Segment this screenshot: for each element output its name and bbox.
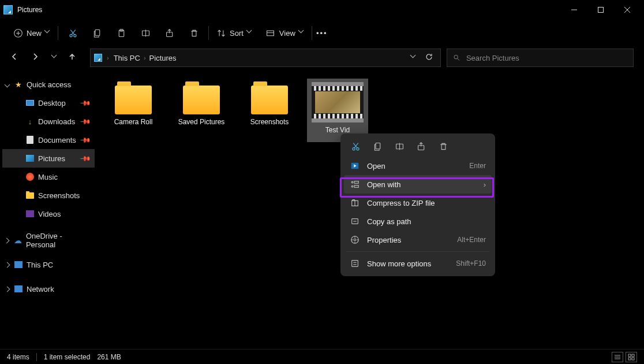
sidebar-item-downloads[interactable]: ↓Downloads📌 (2, 112, 95, 131)
address-bar[interactable]: › This PC › Pictures (90, 49, 441, 67)
grid-item-folder[interactable]: Camera Roll (103, 79, 164, 142)
sidebar-item-label: Videos (38, 210, 61, 218)
svg-point-8 (73, 34, 76, 36)
sidebar: ★ Quick access Desktop📌 ↓Downloads📌 Docu… (0, 69, 97, 359)
sidebar-item-screenshots[interactable]: Screenshots (2, 186, 95, 205)
forward-button[interactable] (31, 53, 42, 63)
desktop-icon (26, 100, 34, 106)
refresh-button[interactable] (425, 53, 433, 63)
chevron-right-icon: › (484, 180, 486, 189)
paste-icon[interactable] (116, 28, 126, 38)
toolbar: New Sort View ••• (0, 20, 644, 46)
ctx-delete-button[interactable] (437, 140, 449, 152)
item-label: Camera Roll (114, 118, 153, 127)
copy-icon[interactable] (92, 28, 102, 38)
ctx-copy-path[interactable]: Copy as path (344, 212, 492, 231)
address-history-button[interactable] (411, 55, 417, 61)
details-view-button[interactable] (612, 352, 623, 362)
new-label: New (27, 29, 42, 38)
ctx-properties[interactable]: Properties Alt+Enter (344, 231, 492, 249)
sidebar-item-label: Music (38, 173, 58, 181)
status-selection: 1 item selected (44, 353, 91, 361)
sidebar-item-videos[interactable]: Videos (2, 205, 95, 223)
grid-item-folder[interactable]: Saved Pictures (171, 79, 232, 142)
recent-button[interactable] (52, 55, 58, 61)
sidebar-label: This PC (27, 261, 53, 269)
sidebar-item-documents[interactable]: Documents📌 (2, 131, 95, 149)
view-button[interactable]: View (263, 25, 307, 40)
search-input[interactable] (466, 54, 627, 62)
svg-rect-11 (95, 29, 100, 35)
breadcrumb-current[interactable]: Pictures (149, 54, 177, 62)
up-button[interactable] (68, 53, 78, 63)
context-menu: Open Enter Open with › Compress to ZIP f… (340, 133, 495, 276)
chevron-down-icon (299, 30, 305, 36)
sort-button[interactable]: Sort (214, 25, 255, 40)
ctx-label: Copy as path (367, 217, 411, 226)
documents-icon (27, 136, 33, 144)
sidebar-label: Quick access (27, 80, 71, 89)
pin-icon: 📌 (80, 134, 92, 146)
breadcrumb-root[interactable]: This PC (114, 54, 140, 62)
video-thumb (312, 82, 364, 122)
pin-icon: 📌 (80, 153, 92, 165)
pin-icon: 📌 (80, 97, 92, 109)
share-icon[interactable] (164, 28, 175, 38)
ctx-open-with[interactable]: Open with › (344, 175, 492, 194)
sort-label: Sort (230, 29, 244, 38)
sidebar-item-desktop[interactable]: Desktop📌 (2, 94, 95, 112)
ctx-copy-button[interactable] (372, 140, 383, 152)
copy-path-icon (350, 216, 360, 226)
downloads-icon: ↓ (25, 117, 35, 126)
svg-point-38 (354, 239, 356, 241)
svg-point-31 (351, 185, 353, 187)
videos-icon (26, 210, 34, 217)
sidebar-quick-access[interactable]: ★ Quick access (2, 75, 95, 94)
chevron-right-icon: › (144, 54, 146, 61)
sidebar-item-label: Pictures (38, 154, 65, 163)
ctx-more-options[interactable]: Show more options Shift+F10 (344, 254, 492, 273)
chevron-right-icon: › (107, 54, 109, 61)
ctx-cut-button[interactable] (350, 140, 361, 152)
view-label: View (279, 29, 295, 38)
grid-item-folder[interactable]: Screenshots (239, 79, 300, 142)
minimize-button[interactable] (561, 0, 587, 20)
search-box[interactable] (447, 49, 634, 67)
sidebar-item-pictures[interactable]: Pictures📌 (2, 149, 95, 168)
cloud-icon: ☁ (14, 236, 23, 245)
svg-rect-49 (628, 354, 631, 356)
sidebar-item-label: Downloads (38, 117, 75, 126)
svg-rect-17 (267, 31, 274, 36)
search-icon (453, 54, 460, 62)
new-button[interactable]: New (10, 25, 53, 40)
sidebar-network[interactable]: Network (2, 280, 95, 298)
maximize-button[interactable] (587, 0, 614, 20)
svg-rect-33 (354, 185, 358, 188)
rename-icon[interactable] (140, 28, 151, 38)
more-options-icon (350, 258, 360, 269)
title-bar: Pictures (0, 0, 644, 20)
sidebar-onedrive[interactable]: ☁OneDrive - Personal (2, 231, 95, 250)
status-size: 261 MB (97, 353, 121, 361)
cut-icon[interactable] (68, 28, 78, 38)
ctx-share-button[interactable] (415, 140, 427, 152)
close-button[interactable] (614, 0, 641, 20)
sidebar-label: Network (27, 285, 54, 294)
back-button[interactable] (10, 53, 21, 63)
chevron-down-icon (45, 30, 51, 36)
ctx-rename-button[interactable] (394, 140, 405, 152)
svg-point-19 (454, 55, 458, 58)
thumbnails-view-button[interactable] (626, 352, 637, 362)
plus-circle-icon (13, 28, 23, 38)
ctx-compress[interactable]: Compress to ZIP file (344, 194, 492, 212)
sidebar-thispc[interactable]: This PC (2, 255, 95, 274)
ctx-label: Show more options (367, 259, 431, 268)
svg-line-20 (458, 58, 459, 60)
delete-icon[interactable] (189, 28, 199, 38)
chevron-down-icon (247, 30, 253, 36)
ctx-open[interactable]: Open Enter (344, 157, 492, 175)
grid-item-video[interactable]: Test Vid (307, 79, 368, 142)
music-icon (26, 173, 34, 181)
more-icon[interactable]: ••• (317, 28, 327, 38)
sidebar-item-music[interactable]: Music (2, 168, 95, 186)
